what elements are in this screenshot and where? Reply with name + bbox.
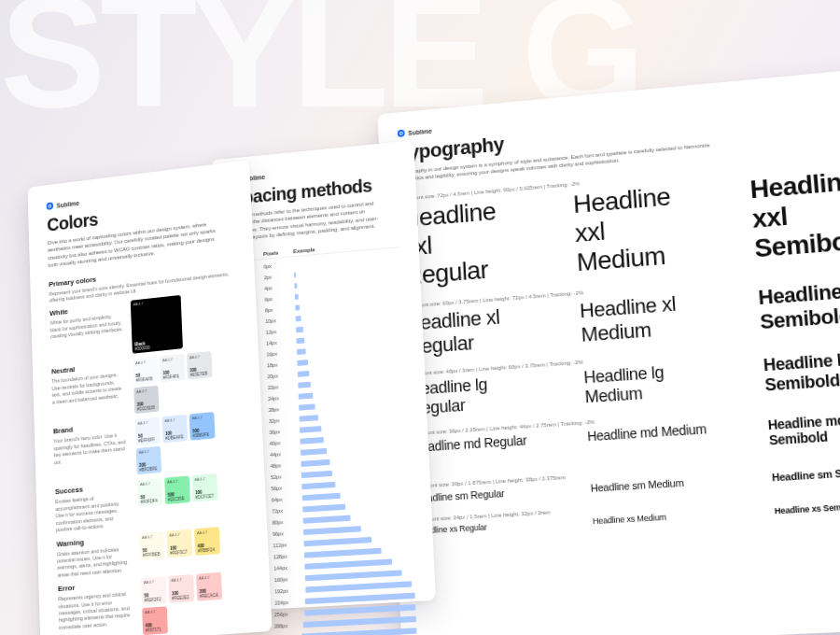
color-swatch: AA 4.750#FEF2F2 bbox=[141, 576, 167, 605]
contrast-tag: AA 4.7 bbox=[199, 574, 218, 581]
spacing-pixels: 112px bbox=[273, 541, 303, 548]
brand-line: Sublime bbox=[47, 180, 231, 210]
spacing-pixels: 256px bbox=[274, 610, 304, 617]
color-family-desc: The foundation of your designs. Use neut… bbox=[51, 372, 125, 406]
spacing-bar bbox=[294, 283, 297, 289]
swatch-hex: #FECACA bbox=[200, 593, 218, 600]
color-family-desc: Represents urgency and critical situatio… bbox=[58, 590, 133, 631]
color-family-name: White bbox=[49, 302, 122, 318]
stage: Sublime Colors Dive into a world of capt… bbox=[0, 0, 840, 635]
type-sample: Headline xs Regular bbox=[416, 520, 538, 537]
contrast-tag: AA 4.7 bbox=[142, 533, 161, 540]
brand-name: Sublime bbox=[408, 127, 432, 135]
swatch-hex: #FFFBEB bbox=[143, 551, 161, 557]
contrast-tag: AA 4.7 bbox=[162, 357, 182, 363]
type-spec: H1Font size: 72px / 4.5rem | Line height… bbox=[400, 155, 840, 201]
spacing-bar bbox=[298, 370, 310, 376]
spacing-pixels: 8px bbox=[265, 304, 296, 313]
spacing-pixels: 2px bbox=[264, 272, 294, 280]
typography-sheet: Sublime Typography Typography in our des… bbox=[377, 67, 840, 635]
spacing-pixels: 28px bbox=[269, 404, 300, 412]
typography-desc: Typography in our design system is a sym… bbox=[399, 140, 725, 184]
colors-desc: Dive into a world of captivating colors … bbox=[48, 219, 219, 270]
swatch-hex: #E5E7EB bbox=[190, 372, 208, 378]
spacing-title: Spacing methods bbox=[231, 173, 397, 209]
brand-name: Sublime bbox=[56, 199, 79, 208]
spacing-pixels: 36px bbox=[269, 427, 300, 434]
spacing-bar bbox=[297, 348, 306, 355]
spacing-pixels: 56px bbox=[271, 484, 301, 491]
spacing-pixels: 96px bbox=[273, 529, 303, 537]
spacing-bar bbox=[294, 272, 296, 277]
color-family-desc: Evokes feelings of accomplishment and po… bbox=[55, 493, 130, 534]
contrast-tag: AA 4.7 bbox=[140, 481, 160, 487]
type-sample: Headline lg Semibold bbox=[763, 347, 840, 395]
spacing-bar bbox=[300, 415, 318, 421]
spacing-bar bbox=[299, 392, 314, 399]
spacing-pixels: 224px bbox=[274, 598, 305, 605]
spacing-pixels: 40px bbox=[270, 438, 301, 445]
spacing-pixels: 0px bbox=[263, 261, 293, 270]
spacing-pixels: 44px bbox=[270, 449, 301, 457]
colors-title: Colors bbox=[47, 193, 232, 236]
spacing-pixels: 18px bbox=[267, 360, 298, 368]
contrast-tag: AA 4.7 bbox=[197, 529, 217, 535]
type-row: Headline xxl RegularHeadline xxl MediumH… bbox=[401, 164, 840, 290]
swatch-hex: #BFDBFE bbox=[139, 467, 157, 473]
spacing-row: 1.56px bbox=[234, 282, 400, 307]
color-row: ErrorRepresents urgency and critical sit… bbox=[58, 571, 252, 635]
spacing-pixels: 144px bbox=[273, 563, 304, 571]
brand-name: Sublime bbox=[242, 174, 266, 182]
spacing-bar bbox=[296, 326, 303, 332]
color-swatch: AA 4.7400#F87171 bbox=[142, 606, 168, 635]
spacing-pixels: 14px bbox=[266, 338, 297, 346]
spacing-desc: Spacing methods refer to the techniques … bbox=[232, 199, 385, 243]
spacing-bar bbox=[296, 316, 301, 321]
spacing-bar bbox=[301, 447, 327, 455]
swatch-hex: #DBEAFE bbox=[165, 435, 184, 442]
swatch-hex: #FEF3C7 bbox=[170, 549, 188, 556]
spacing-pixels: 10px bbox=[265, 316, 296, 324]
spacing-row: 14px bbox=[234, 271, 400, 296]
logo-icon bbox=[398, 130, 405, 137]
color-swatch: AA 4.7200#BFDBFE bbox=[136, 446, 161, 475]
spacing-bar bbox=[295, 304, 300, 310]
contrast-tag: AA 4.7 bbox=[144, 579, 163, 586]
swatch-hex: #F3F4F6 bbox=[163, 374, 179, 381]
color-swatch: AA 4.7100#DBEAFE bbox=[162, 415, 189, 444]
type-tag: H1 bbox=[400, 195, 407, 201]
spacing-bar bbox=[302, 492, 341, 501]
colors-sheet: Sublime Colors Dive into a world of capt… bbox=[27, 160, 272, 635]
spacing-bar bbox=[302, 503, 345, 512]
type-sample: Headline lg Regular bbox=[410, 373, 531, 418]
logo-icon bbox=[231, 176, 238, 183]
spacing-pixels: 12px bbox=[266, 327, 297, 335]
color-swatch: AA 4.7100#DCFCE7 bbox=[192, 473, 218, 502]
swatch-hex: #FEF2F2 bbox=[145, 598, 161, 603]
spacing-pixels: 4px bbox=[264, 283, 294, 291]
swatch-hex: #FBBF24 bbox=[198, 547, 215, 554]
spacing-pixels: 24px bbox=[268, 393, 299, 401]
type-sample: Headline xxl Semibold bbox=[749, 164, 840, 263]
color-swatch: AA 4.7200#FECACA bbox=[196, 572, 222, 601]
spacing-pixels: 160px bbox=[274, 575, 305, 583]
contrast-tag: AA 4.7 bbox=[189, 354, 209, 360]
spacing-bar bbox=[303, 515, 351, 523]
color-swatch: AA 4.750#FFFBEB bbox=[139, 530, 165, 559]
spacing-pixels: 22px bbox=[268, 382, 299, 389]
color-row: NeutralThe foundation of your designs. U… bbox=[51, 348, 242, 422]
swatch-hex: #000000 bbox=[134, 346, 149, 352]
color-family-desc: White for purity and simplicity, black f… bbox=[49, 313, 122, 341]
swatch-label: Black bbox=[134, 342, 145, 347]
contrast-tag: AA 4.7 bbox=[137, 419, 157, 426]
spacing-bar bbox=[300, 437, 323, 444]
type-sample: Headline xl Medium bbox=[579, 290, 704, 346]
col-example: Example bbox=[293, 239, 399, 254]
spacing-row: 0.52px bbox=[234, 260, 400, 285]
spacing-pixels: 128px bbox=[273, 552, 304, 559]
contrast-tag: AA 4.7 bbox=[135, 360, 155, 366]
spacing-pixels: 20px bbox=[267, 371, 298, 378]
primary-colors-heading: Primary colors bbox=[49, 260, 234, 289]
contrast-tag: AA 4.7 bbox=[136, 388, 156, 394]
color-swatch: AA 4.7200#E5E7EB bbox=[187, 351, 213, 380]
